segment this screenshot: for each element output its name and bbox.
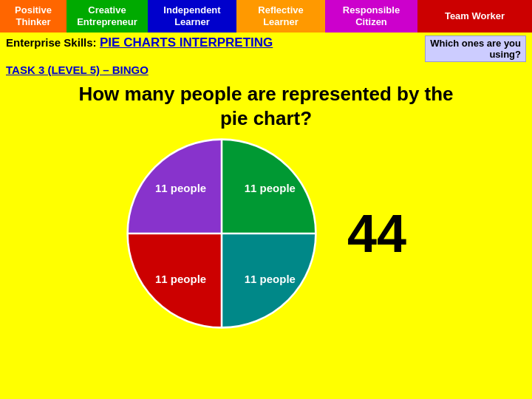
- pie-segment-tr: [222, 140, 316, 233]
- tab-label: Independent Learner: [151, 4, 233, 27]
- tab-label: Reflective Learner: [239, 4, 322, 27]
- tab-independent-learner[interactable]: Independent Learner: [148, 0, 236, 33]
- tab-responsible-citizen[interactable]: Responsible Citizen: [325, 0, 417, 33]
- task-label: TASK 3 (LEVEL 5) – BINGO: [6, 64, 526, 76]
- tab-label: Responsible Citizen: [328, 4, 415, 27]
- which-ones-text: Which ones are youusing?: [425, 35, 526, 62]
- header-left: Enterprise Skills: PIE CHARTS INTERPRETI…: [6, 35, 273, 50]
- pie-chart-svg: [126, 137, 318, 330]
- pie-segment-br: [222, 233, 316, 327]
- content-area: Enterprise Skills: PIE CHARTS INTERPRETI…: [0, 33, 532, 332]
- enterprise-skills-label: Enterprise Skills:: [6, 36, 97, 49]
- tab-label: Team Worker: [445, 10, 505, 22]
- pie-chart: 11 people 11 people 11 people 11 people: [126, 137, 318, 330]
- pie-charts-title: PIE CHARTS INTERPRETING: [100, 35, 273, 50]
- pie-area: 11 people 11 people 11 people 11 people …: [6, 137, 526, 330]
- pie-segment-tl: [128, 140, 222, 233]
- tab-positive-thinker[interactable]: Positive Thinker: [0, 0, 66, 33]
- tab-reflective-learner[interactable]: Reflective Learner: [236, 0, 325, 33]
- pie-segment-bl: [128, 233, 222, 327]
- answer-display: 44: [347, 207, 406, 260]
- top-navigation: Positive Thinker Creative Entrepreneur I…: [0, 0, 532, 33]
- tab-label: Creative Entrepreneur: [69, 4, 145, 27]
- tab-team-worker[interactable]: Team Worker: [417, 0, 532, 33]
- header-row: Enterprise Skills: PIE CHARTS INTERPRETI…: [6, 35, 526, 62]
- tab-creative-entrepreneur[interactable]: Creative Entrepreneur: [66, 0, 148, 33]
- question-text: How many people are represented by the p…: [6, 82, 526, 130]
- tab-label: Positive Thinker: [3, 4, 64, 27]
